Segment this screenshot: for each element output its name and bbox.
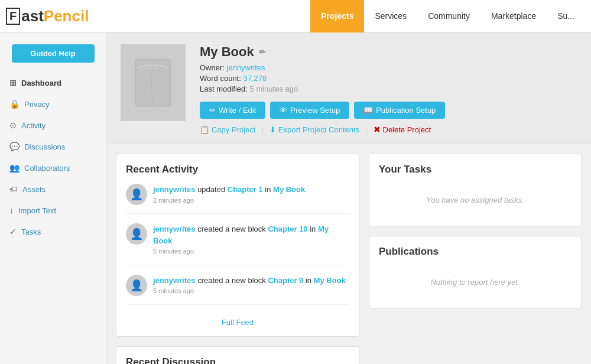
sidebar-label-discussions: Discussions <box>24 142 65 151</box>
recent-discussion-card: Recent Discussion <box>116 346 359 365</box>
project-title-area: My Book ✏ <box>200 44 577 60</box>
logo-fast: ast <box>21 7 44 25</box>
panels: Recent Activity 👤 jennywrites updated Ch… <box>106 144 591 364</box>
activity-user-3[interactable]: jennywrites <box>153 276 196 285</box>
modified-value: 5 minutes ago <box>250 84 298 93</box>
activity-item-3: 👤 jennywrites created a new block Chapte… <box>126 275 349 305</box>
export-project-link[interactable]: ⬇ Export Project Contents <box>269 125 359 134</box>
modified-link[interactable]: 5 minutes ago <box>250 84 298 93</box>
activity-link1-3[interactable]: Chapter 9 <box>268 276 303 285</box>
copy-project-link[interactable]: 📋 Copy Project <box>200 125 255 134</box>
nav-su[interactable]: Su... <box>547 0 585 32</box>
assets-icon: 🏷 <box>9 184 18 194</box>
project-header: My Book ✏ Owner: jennywrites Word count:… <box>106 32 591 144</box>
svg-rect-0 <box>135 59 171 106</box>
right-panel: Your Tasks You have no assigned tasks. P… <box>369 154 582 364</box>
import-icon: ↓ <box>9 206 14 215</box>
publication-setup-button[interactable]: 📖 Publication Setup <box>354 102 445 119</box>
full-feed-link[interactable]: Full Feed <box>222 318 254 327</box>
recent-activity-title: Recent Activity <box>126 164 349 176</box>
sidebar-item-privacy[interactable]: 🔒 Privacy <box>0 93 106 115</box>
sidebar: Guided Help ⊞ Dashboard 🔒 Privacy ⊙ Acti… <box>0 32 106 364</box>
wordcount-label: Word count: <box>200 74 241 83</box>
publications-title: Publications <box>379 246 571 258</box>
owner-meta: Owner: jennywrites <box>200 63 577 72</box>
collaborators-icon: 👥 <box>9 163 20 173</box>
eye-icon: 👁 <box>280 106 287 115</box>
recent-discussion-title: Recent Discussion <box>126 356 349 365</box>
publications-card: Publications Nothing to report here yet. <box>369 236 582 308</box>
sidebar-item-discussions[interactable]: 💬 Discussions <box>0 136 106 157</box>
logo-pencil: Pencil <box>44 7 89 25</box>
activity-item-1: 👤 jennywrites updated Chapter 1 in My Bo… <box>126 184 349 214</box>
logo: FastPencil <box>6 7 89 25</box>
recent-activity-card: Recent Activity 👤 jennywrites updated Ch… <box>116 154 359 337</box>
pencil-icon: ✏ <box>209 106 216 115</box>
top-nav: FastPencil Projects Services Community M… <box>0 0 591 32</box>
avatar-2: 👤 <box>126 223 147 245</box>
owner-label: Owner: <box>200 63 225 72</box>
delete-icon: ✖ <box>374 125 381 134</box>
full-feed-area: Full Feed <box>126 314 349 327</box>
activity-text-3: jennywrites created a new block Chapter … <box>153 275 346 296</box>
your-tasks-empty: You have no assigned tasks. <box>379 184 571 216</box>
delete-project-link[interactable]: ✖ Delete Project <box>374 125 431 134</box>
content-area: My Book ✏ Owner: jennywrites Word count:… <box>106 32 591 364</box>
separator2: | <box>365 125 367 134</box>
book-cover <box>121 44 186 121</box>
book-cover-icon <box>132 56 174 109</box>
publications-empty: Nothing to report here yet. <box>379 266 571 298</box>
activity-link1-1[interactable]: Chapter 1 <box>228 185 263 194</box>
privacy-icon: 🔒 <box>9 99 20 109</box>
wordcount-meta: Word count: 37,278 <box>200 74 577 83</box>
owner-link[interactable]: jennywrites <box>227 63 265 72</box>
avatar-1: 👤 <box>126 184 147 205</box>
logo-box: F <box>6 8 20 25</box>
secondary-actions: 📋 Copy Project | ⬇ Export Project Conten… <box>200 125 577 134</box>
sidebar-item-collaborators[interactable]: 👥 Collaborators <box>0 157 106 178</box>
activity-time-2: 5 minutes ago <box>153 246 349 256</box>
modified-meta: Last modified: 5 minutes ago <box>200 84 577 93</box>
avatar-3: 👤 <box>126 275 147 296</box>
activity-user-2[interactable]: jennywrites <box>153 225 196 233</box>
sidebar-item-assets[interactable]: 🏷 Assets <box>0 178 106 200</box>
separator1: | <box>261 125 263 134</box>
project-title-text: My Book <box>200 44 254 60</box>
activity-item-2: 👤 jennywrites created a new block Chapte… <box>126 223 349 265</box>
nav-links: Projects Services Community Marketplace … <box>310 0 585 32</box>
activity-link2-1[interactable]: My Book <box>273 185 305 194</box>
guided-help-button[interactable]: Guided Help <box>12 44 95 63</box>
preview-setup-button[interactable]: 👁 Preview Setup <box>270 102 349 119</box>
nav-marketplace[interactable]: Marketplace <box>480 0 547 32</box>
activity-link1-2[interactable]: Chapter 10 <box>268 225 307 233</box>
nav-projects[interactable]: Projects <box>310 0 364 32</box>
modified-label: Last modified: <box>200 84 248 93</box>
activity-time-1: 2 minutes ago <box>153 196 305 206</box>
sidebar-item-import-text[interactable]: ↓ Import Text <box>0 200 106 221</box>
activity-user-1[interactable]: jennywrites <box>153 185 196 194</box>
discussions-icon: 💬 <box>9 142 20 151</box>
sidebar-item-activity[interactable]: ⊙ Activity <box>0 115 106 136</box>
sidebar-label-tasks: Tasks <box>21 228 41 236</box>
book-icon: 📖 <box>363 106 373 115</box>
your-tasks-card: Your Tasks You have no assigned tasks. <box>369 154 582 226</box>
activity-link2-3[interactable]: My Book <box>314 276 346 285</box>
sidebar-item-tasks[interactable]: ✓ Tasks <box>0 221 106 242</box>
sidebar-item-dashboard[interactable]: ⊞ Dashboard <box>0 72 106 93</box>
edit-title-icon[interactable]: ✏ <box>259 47 266 57</box>
activity-text-1: jennywrites updated Chapter 1 in My Book… <box>153 184 305 205</box>
project-info: My Book ✏ Owner: jennywrites Word count:… <box>200 44 577 134</box>
nav-community[interactable]: Community <box>417 0 480 32</box>
copy-icon: 📋 <box>200 125 209 134</box>
wordcount-value: 37,278 <box>243 74 267 83</box>
write-edit-button[interactable]: ✏ Write / Edit <box>200 102 265 119</box>
sidebar-label-dashboard: Dashboard <box>21 79 61 87</box>
sidebar-label-collaborators: Collaborators <box>24 164 70 173</box>
nav-services[interactable]: Services <box>364 0 417 32</box>
sidebar-label-assets: Assets <box>22 185 46 194</box>
tasks-icon: ✓ <box>9 227 17 236</box>
export-icon: ⬇ <box>269 125 276 134</box>
activity-time-3: 5 minutes ago <box>153 286 346 296</box>
sidebar-label-import: Import Text <box>18 206 56 215</box>
left-panel: Recent Activity 👤 jennywrites updated Ch… <box>116 154 359 364</box>
